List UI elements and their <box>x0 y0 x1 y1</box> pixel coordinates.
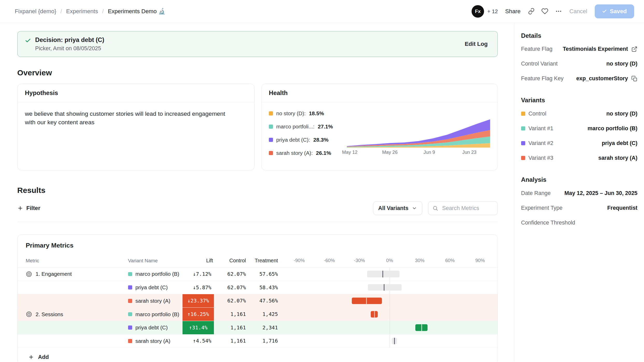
details-heading: Details <box>521 32 638 39</box>
avatar-overflow-count[interactable]: + 12 <box>487 8 498 15</box>
legend-label: sarah story (A): <box>276 150 313 156</box>
detail-value: exp_customerStory <box>576 75 638 82</box>
topbar-actions: Fx + 12 Share Cancel Saved <box>472 4 634 19</box>
variant-cell: priya debt (C) <box>128 281 183 294</box>
metric-table-row[interactable]: sarah story (A)↑4.54%1,1611,716 <box>18 335 498 348</box>
variant-color-swatch <box>128 285 132 289</box>
variant-color-swatch <box>128 312 132 316</box>
analysis-value-text: Frequentist <box>607 205 637 211</box>
axis-tick-label: 90% <box>475 258 485 263</box>
variant-value: sarah story (A) <box>598 155 638 161</box>
variant-value: priya debt (C) <box>602 140 638 147</box>
legend-color-swatch <box>269 138 273 142</box>
treatment-value: 1,425 <box>247 308 279 321</box>
variants-heading: Variants <box>521 97 638 104</box>
chart-x-tick-label: May 26 <box>382 150 398 155</box>
decision-byline: Picker, Amit on 08/05/2025 <box>35 45 104 52</box>
hypothesis-card: Hypothesis we believe that showing custo… <box>17 84 255 170</box>
search-metrics-box <box>428 201 498 215</box>
legend-color-swatch <box>269 125 273 129</box>
legend-value: 28.3% <box>313 137 328 143</box>
column-lift: Lift <box>183 254 214 267</box>
variants-dropdown[interactable]: All Variants <box>373 201 422 215</box>
metric-table-row[interactable]: priya debt (C)↓5.87%62.07%58.43% <box>18 281 498 294</box>
lift-cell: ↑31.4% <box>183 321 214 334</box>
search-metrics-input[interactable] <box>441 205 493 212</box>
variant-name: priya debt (C) <box>135 324 168 331</box>
variant-color-swatch <box>521 126 525 131</box>
metric-cell <box>18 294 128 307</box>
health-legend: no story (D): 18.5%marco portfoli...: 27… <box>269 108 342 156</box>
plus-icon <box>17 205 23 211</box>
confidence-interval-mean-tick <box>421 324 422 331</box>
health-chart-x-axis: May 12May 26Jun 9Jun 23 <box>347 149 490 156</box>
variant-label-text: Variant #3 <box>528 155 553 161</box>
variant-color-swatch <box>128 339 132 343</box>
metric-table-row[interactable]: priya debt (C)↑31.4%1,1612,341 <box>18 321 498 335</box>
metric-cell <box>18 321 128 334</box>
analysis-value-text: May 12, 2025 – Jun 30, 2025 <box>564 190 638 197</box>
detail-label: Feature Flag <box>521 46 552 52</box>
copy-link-icon[interactable] <box>528 8 535 15</box>
detail-value: no story (D) <box>606 61 638 67</box>
chart-x-tick-label: May 12 <box>342 150 358 155</box>
saved-button[interactable]: Saved <box>595 4 634 19</box>
more-options-icon[interactable] <box>555 8 562 15</box>
metric-table-row[interactable]: sarah story (A)↓23.37%62.07%47.56% <box>18 294 498 308</box>
lift-value: ↑4.54% <box>183 335 214 348</box>
control-value: 1,161 <box>214 308 247 321</box>
breadcrumb-experiments[interactable]: Experiments <box>66 8 98 15</box>
variant-color-swatch <box>521 141 525 145</box>
variant-cell: sarah story (A) <box>128 294 183 307</box>
treatment-value: 1,716 <box>247 335 279 348</box>
confidence-interval-cell <box>279 281 498 294</box>
variant-color-swatch <box>128 299 132 303</box>
edit-log-button[interactable]: Edit Log <box>462 40 490 48</box>
hypothesis-text: we believe that showing customer stories… <box>18 102 242 134</box>
health-title: Health <box>262 84 498 102</box>
copy-icon[interactable] <box>631 76 638 82</box>
variant-name: marco portfolio (B) <box>135 271 179 277</box>
legend-label: marco portfoli...: <box>276 124 315 130</box>
cancel-button[interactable]: Cancel <box>569 6 588 17</box>
breadcrumb-current-experiment[interactable]: Experiments Demo 🔬 <box>108 8 165 15</box>
analysis-label: Confidence Threshold <box>521 220 575 226</box>
metric-name: 2. Sessions <box>36 311 63 317</box>
variant-label: Variant #2 <box>521 140 553 147</box>
metric-goal-icon <box>26 311 32 317</box>
share-button[interactable]: Share <box>504 6 521 17</box>
detail-row: Feature FlagTestimonials Experiment <box>521 42 638 56</box>
add-metric-button[interactable]: Add <box>18 348 498 362</box>
external-link-icon[interactable] <box>631 46 638 52</box>
variant-color-swatch <box>128 272 132 276</box>
axis-tick-label: -60% <box>324 258 335 263</box>
avatar[interactable]: Fx <box>472 5 484 18</box>
health-legend-item: sarah story (A): 26.1% <box>269 150 342 156</box>
breadcrumb-project[interactable]: Fixpanel {demo} <box>15 8 56 15</box>
decision-banner: Decision: priya debt (C) Picker, Amit on… <box>17 31 498 57</box>
add-filter-button[interactable]: Filter <box>17 202 44 214</box>
analysis-rows: Date RangeMay 12, 2025 – Jun 30, 2025Exp… <box>521 186 638 230</box>
control-value: 62.07% <box>214 267 247 281</box>
health-legend-item: no story (D): 18.5% <box>269 110 342 117</box>
variant-cell: marco portfolio (B) <box>128 267 183 281</box>
legend-value: 27.1% <box>318 124 333 130</box>
metric-cell: 1. Engagement <box>18 267 128 281</box>
saved-button-label: Saved <box>610 8 627 15</box>
health-area-chart <box>347 118 490 148</box>
analysis-heading: Analysis <box>521 176 638 183</box>
variant-name: sarah story (A) <box>135 338 170 344</box>
confidence-interval-cell <box>279 294 498 307</box>
confidence-interval-cell <box>279 321 498 334</box>
lift-cell: ↓7.12% <box>183 267 214 281</box>
filter-button-label: Filter <box>26 205 40 212</box>
metric-table-row[interactable]: 1. Engagementmarco portfolio (B)↓7.12%62… <box>18 267 498 281</box>
confidence-interval-mean-tick <box>394 338 395 344</box>
breadcrumb-separator: / <box>60 8 62 15</box>
metric-table-row[interactable]: 2. Sessionsmarco portfolio (B)↑16.25%1,1… <box>18 308 498 321</box>
lift-cell: ↓5.87% <box>183 281 214 294</box>
variants-dropdown-label: All Variants <box>378 205 408 212</box>
favorite-heart-icon[interactable] <box>541 8 548 15</box>
detail-row: Control Variantno story (D) <box>521 56 638 71</box>
control-value: 62.07% <box>214 294 247 307</box>
